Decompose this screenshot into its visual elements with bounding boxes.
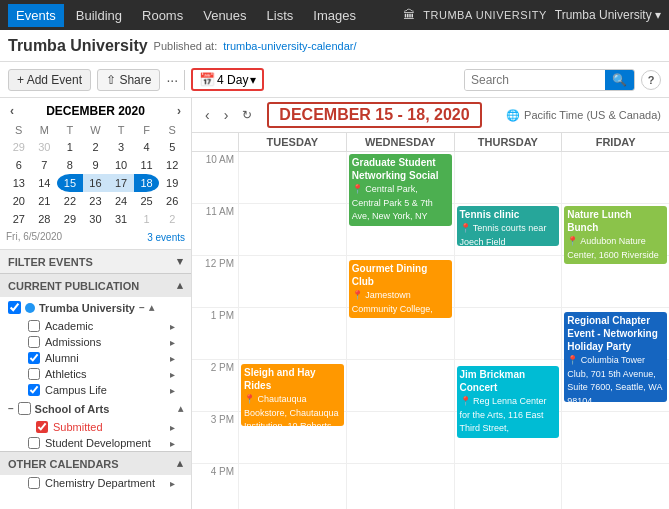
mini-cal-day[interactable]: 19 (159, 174, 185, 192)
mini-cal-day[interactable]: 12 (159, 156, 185, 174)
mini-cal-day[interactable]: 20 (6, 192, 32, 210)
filter-campus-life[interactable]: Campus Life ▸ (0, 382, 191, 398)
university-name: TRUMBA UNIVERSITY (423, 9, 546, 21)
mini-cal-day[interactable]: 30 (83, 210, 109, 228)
mini-cal-next[interactable]: › (173, 104, 185, 118)
mini-cal-day[interactable]: 29 (57, 210, 83, 228)
campus-life-checkbox[interactable] (28, 384, 40, 396)
university-dropdown[interactable]: Trumba University ▾ (555, 8, 661, 22)
event-jim-brickman[interactable]: Jim Brickman Concert 📍 Reg Lenna Center … (457, 366, 560, 438)
school-arts-group[interactable]: – School of Arts ▴ (0, 398, 191, 419)
mini-cal-month-year: DECEMBER 2020 (46, 104, 145, 118)
mini-cal-day[interactable]: 6 (6, 156, 32, 174)
mini-cal-day[interactable]: 18 (134, 174, 160, 192)
search-input[interactable] (465, 70, 605, 90)
mini-cal-day[interactable]: 17 (108, 174, 134, 192)
school-arts-checkbox[interactable] (18, 402, 31, 415)
mini-cal-day[interactable]: 1 (57, 138, 83, 156)
search-button[interactable]: 🔍 (605, 70, 634, 90)
nav-item-building[interactable]: Building (68, 4, 130, 27)
mini-cal-day[interactable]: 9 (83, 156, 109, 174)
student-dev-checkbox[interactable] (28, 437, 40, 449)
mini-cal-day[interactable]: 24 (108, 192, 134, 210)
event-title: Sleigh and Hay Rides (244, 367, 316, 391)
date-nav-next[interactable]: › (219, 105, 234, 125)
event-nature-lunch[interactable]: Nature Lunch Bunch 📍 Audubon Nature Cent… (564, 206, 667, 264)
date-nav-refresh[interactable]: ↻ (237, 106, 257, 124)
campus-life-label: Campus Life (45, 384, 107, 396)
add-event-button[interactable]: + Add Event (8, 69, 91, 91)
mini-cal-day[interactable]: 8 (57, 156, 83, 174)
other-cals-header[interactable]: OTHER CALENDARS ▴ (0, 451, 191, 475)
mini-cal-day[interactable]: 31 (108, 210, 134, 228)
mini-cal-day[interactable]: 2 (83, 138, 109, 156)
mini-cal-prev[interactable]: ‹ (6, 104, 18, 118)
mini-cal-day[interactable]: 1 (134, 210, 160, 228)
mini-cal-day[interactable]: 11 (134, 156, 160, 174)
chemistry-checkbox[interactable] (28, 477, 40, 489)
mini-cal-day[interactable]: 3 (108, 138, 134, 156)
event-sleigh-hay-rides[interactable]: Sleigh and Hay Rides 📍 Chautauqua Bookst… (241, 364, 344, 426)
pub-url[interactable]: trumba-university-calendar/ (223, 40, 356, 52)
admissions-checkbox[interactable] (28, 336, 40, 348)
trumba-univ-chevron: – (139, 302, 145, 313)
mini-cal-day[interactable]: 10 (108, 156, 134, 174)
nav-item-images[interactable]: Images (305, 4, 364, 27)
mini-cal-day[interactable]: 29 (6, 138, 32, 156)
nav-item-rooms[interactable]: Rooms (134, 4, 191, 27)
filter-student-dev[interactable]: Student Development ▸ (0, 435, 191, 451)
mini-cal-day[interactable]: 5 (159, 138, 185, 156)
mini-cal-day[interactable]: 22 (57, 192, 83, 210)
mini-cal-day[interactable]: 4 (134, 138, 160, 156)
filter-chemistry[interactable]: Chemistry Department ▸ (0, 475, 191, 491)
mini-cal-day[interactable]: 16 (83, 174, 109, 192)
filter-academic[interactable]: Academic ▸ (0, 318, 191, 334)
date-nav-prev[interactable]: ‹ (200, 105, 215, 125)
main-layout: ‹ DECEMBER 2020 › S M T W T F S 293012 (0, 98, 669, 509)
mini-cal-day[interactable]: 21 (32, 192, 58, 210)
mini-cal-day[interactable]: 15 (57, 174, 83, 192)
alumni-checkbox[interactable] (28, 352, 40, 364)
filter-admissions[interactable]: Admissions ▸ (0, 334, 191, 350)
event-regional-chapter[interactable]: Regional Chapter Event - Networking Holi… (564, 312, 667, 402)
mini-cal-day[interactable]: 28 (32, 210, 58, 228)
nav-item-events[interactable]: Events (8, 4, 64, 27)
mini-cal-day[interactable]: 27 (6, 210, 32, 228)
mini-cal-day[interactable]: 30 (32, 138, 58, 156)
help-button[interactable]: ? (641, 70, 661, 90)
filter-section: FILTER EVENTS ▾ CURRENT PUBLICATION ▴ Tr… (0, 249, 191, 491)
alumni-arrow: ▸ (170, 353, 175, 364)
academic-checkbox[interactable] (28, 320, 40, 332)
event-title: Regional Chapter Event - Networking Holi… (567, 315, 658, 352)
current-pub-header[interactable]: CURRENT PUBLICATION ▴ (0, 273, 191, 297)
mini-cal-day[interactable]: 2 (159, 210, 185, 228)
trumba-univ-color (25, 303, 35, 313)
nav-item-lists[interactable]: Lists (259, 4, 302, 27)
other-cals-title: OTHER CALENDARS (8, 458, 119, 470)
event-gourmet-dining[interactable]: Gourmet Dining Club 📍 Jamestown Communit… (349, 260, 452, 318)
athletics-checkbox[interactable] (28, 368, 40, 380)
filter-events-header[interactable]: FILTER EVENTS ▾ (0, 249, 191, 273)
filter-alumni[interactable]: Alumni ▸ (0, 350, 191, 366)
mini-cal-day[interactable]: 13 (6, 174, 32, 192)
filter-athletics[interactable]: Athletics ▸ (0, 366, 191, 382)
date-nav: ‹ › ↻ DECEMBER 15 - 18, 2020 🌐 Pacific T… (192, 98, 669, 133)
more-events-badge[interactable]: 3 events (147, 232, 185, 243)
submitted-checkbox[interactable] (36, 421, 48, 433)
calendar-grid: TUESDAY WEDNESDAY THURSDAY FRIDAY 10 AM … (192, 133, 669, 509)
trumba-univ-checkbox[interactable] (8, 301, 21, 314)
event-grad-networking[interactable]: Graduate Student Networking Social 📍 Cen… (349, 154, 452, 226)
mini-cal-day[interactable]: 14 (32, 174, 58, 192)
nav-item-venues[interactable]: Venues (195, 4, 254, 27)
mini-cal-day[interactable]: 23 (83, 192, 109, 210)
mini-cal-day[interactable]: 7 (32, 156, 58, 174)
share-button[interactable]: ⇧ Share (97, 69, 160, 91)
view-selector[interactable]: 📅 4 Day ▾ (191, 68, 264, 91)
mini-cal-day[interactable]: 26 (159, 192, 185, 210)
event-tennis-clinic[interactable]: Tennis clinic 📍 Tennis courts near Joech… (457, 206, 560, 246)
submitted-label: Submitted (53, 421, 103, 433)
share-dots[interactable]: ··· (166, 72, 178, 88)
mini-cal-day[interactable]: 25 (134, 192, 160, 210)
filter-submitted[interactable]: Submitted ▸ (0, 419, 191, 435)
trumba-univ-group[interactable]: Trumba University – ▴ (0, 297, 191, 318)
